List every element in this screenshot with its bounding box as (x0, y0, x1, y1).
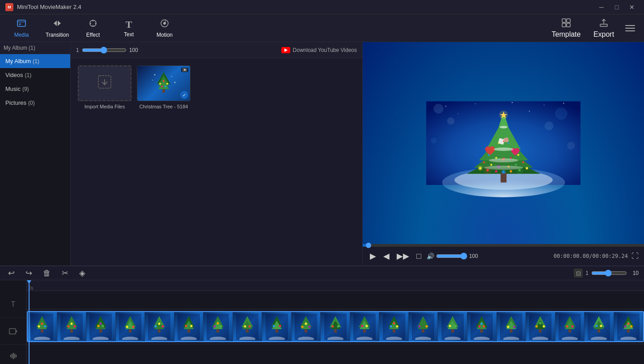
sidebar-item-videos[interactable]: Videos (1) (0, 68, 70, 82)
svg-point-28 (555, 107, 567, 120)
fullscreen-button[interactable]: ⛶ (631, 252, 639, 260)
my-album-label: My Album (5, 58, 31, 64)
strip-frame (526, 312, 555, 341)
strip-frame (497, 312, 526, 341)
app-title: MiniTool MovieMaker 2.4 (17, 4, 81, 10)
timeline-toolbar: ↩ ↪ 🗑 ✂ ◈ ⊡ 1 10 (0, 266, 644, 280)
timeline-tracks: 0s (27, 280, 644, 364)
youtube-play-icon (284, 48, 288, 52)
svg-point-211 (513, 325, 515, 328)
media-area: 1 100 Download YouTube Videos (71, 42, 362, 266)
video-track[interactable] (27, 309, 644, 345)
sidebar-item-music[interactable]: Music (9) (0, 82, 70, 96)
media-icon (17, 18, 26, 31)
svg-point-62 (515, 164, 517, 166)
svg-point-38 (458, 113, 458, 114)
svg-point-32 (567, 141, 575, 150)
svg-point-166 (331, 325, 334, 327)
seekbar-thumb[interactable] (366, 243, 371, 248)
preview-area: ▶ ◀ ▶▶ □ 🔊 100 00:00:00.00/00:00:29.24 ⛶ (362, 42, 644, 266)
video-thumb[interactable]: ✓ (137, 65, 191, 101)
svg-point-39 (529, 111, 530, 111)
import-thumb[interactable] (78, 65, 131, 101)
seekbar-track[interactable] (363, 244, 644, 247)
zoom-slider[interactable] (82, 47, 127, 54)
minimize-button[interactable]: ─ (595, 2, 608, 12)
toolbar-transition[interactable]: Transition (39, 15, 75, 42)
toolbar-text[interactable]: T Text (111, 15, 147, 42)
sidebar-item-my-album[interactable]: My Album (1) (0, 54, 70, 68)
svg-point-202 (479, 325, 481, 327)
maximize-button[interactable]: □ (610, 2, 623, 12)
next-frame-button[interactable]: ▶▶ (395, 249, 411, 263)
strip-frame (233, 312, 263, 341)
prev-frame-button[interactable]: ◀ (381, 249, 391, 263)
strip-frame (438, 312, 467, 341)
videos-label: Videos (5, 72, 23, 78)
thumbnail-tree (150, 71, 177, 96)
zoom-value-label: 100 (129, 47, 138, 53)
strip-frame (555, 312, 585, 341)
toolbar-motion[interactable]: Motion (147, 15, 182, 42)
hamburger-menu[interactable] (623, 21, 637, 35)
detach-button[interactable]: ◈ (76, 266, 88, 280)
svg-point-100 (73, 325, 76, 327)
svg-point-151 (272, 325, 275, 327)
cut-button[interactable]: ✂ (59, 266, 71, 280)
toolbar-export[interactable]: Export (586, 15, 622, 42)
svg-point-159 (305, 322, 307, 325)
strip-frame (467, 312, 497, 341)
close-button[interactable]: ✕ (625, 2, 639, 12)
video-card[interactable]: ✓ Christmas Tree - 5184 (137, 65, 191, 109)
sidebar-item-pictures[interactable]: Pictures (0) (0, 96, 70, 110)
delete-button[interactable]: 🗑 (40, 267, 54, 280)
svg-point-73 (498, 142, 499, 144)
redo-button[interactable]: ↪ (23, 266, 35, 280)
zoom-fit-button[interactable]: ⊡ (574, 269, 583, 278)
track-labels: T (0, 280, 27, 364)
volume-slider[interactable] (436, 253, 467, 260)
svg-point-92 (44, 325, 47, 327)
pictures-label: Pictures (5, 99, 26, 106)
app-logo: M (5, 3, 13, 11)
toolbar-template[interactable]: Template (548, 15, 584, 42)
svg-point-59 (490, 164, 492, 166)
toolbar-effect[interactable]: Effect (75, 15, 111, 42)
import-media-card[interactable]: Import Media Files (78, 65, 131, 109)
preview-seekbar[interactable] (363, 244, 644, 247)
svg-point-107 (100, 322, 102, 325)
undo-button[interactable]: ↩ (5, 266, 17, 280)
text-track-label: T (0, 291, 26, 318)
youtube-download-button[interactable]: Download YouTube Videos (281, 47, 357, 53)
svg-rect-187 (422, 329, 424, 333)
svg-point-218 (539, 322, 542, 324)
title-bar: M MiniTool MovieMaker 2.4 ─ □ ✕ (0, 0, 644, 14)
transition-label: Transition (46, 32, 69, 38)
sidebar: My Album (1) My Album (1) Videos (1) Mus… (0, 42, 71, 266)
music-count: (9) (22, 86, 29, 92)
svg-point-158 (301, 325, 304, 328)
strip-frame (321, 312, 350, 341)
videos-count: (1) (25, 72, 32, 78)
svg-point-99 (70, 322, 72, 325)
toolbar-media[interactable]: Media (4, 15, 39, 42)
svg-point-240 (627, 322, 629, 325)
svg-point-160 (309, 325, 311, 328)
timeline-zoom-slider[interactable] (591, 270, 627, 277)
svg-rect-150 (275, 329, 278, 333)
youtube-icon (281, 47, 290, 53)
fullscreen-toggle-button[interactable]: □ (415, 250, 423, 263)
play-button[interactable]: ▶ (368, 249, 378, 263)
timeline: ↩ ↪ 🗑 ✂ ◈ ⊡ 1 10 T 0s (0, 266, 644, 364)
svg-point-219 (543, 325, 545, 327)
strip-frame (379, 312, 409, 341)
my-album-count: (1) (33, 58, 39, 64)
svg-marker-85 (16, 330, 17, 333)
motion-label: Motion (157, 32, 173, 38)
svg-rect-0 (17, 20, 25, 26)
strip-frame (292, 312, 321, 341)
svg-rect-216 (539, 329, 542, 333)
media-label: Media (14, 32, 29, 38)
playhead[interactable] (29, 280, 30, 364)
svg-point-33 (445, 106, 446, 107)
